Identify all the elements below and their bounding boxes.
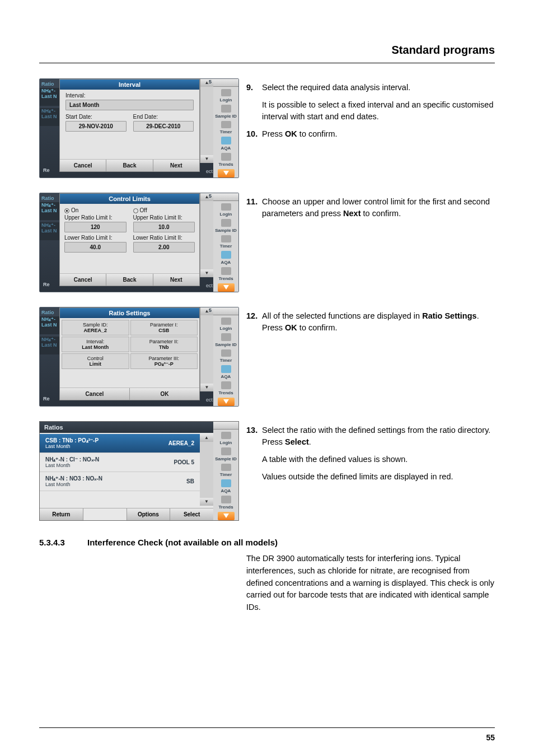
timer-icon[interactable] xyxy=(221,235,231,243)
lsb1: NH₄⁺- xyxy=(41,337,55,342)
timer-icon[interactable] xyxy=(221,464,231,472)
scroll-down-icon[interactable]: ▼ xyxy=(200,269,213,277)
back-button[interactable]: Back xyxy=(106,274,153,286)
select-button[interactable]: Select xyxy=(170,508,213,520)
aqa-icon[interactable] xyxy=(221,479,231,487)
cancel-button[interactable]: Cancel xyxy=(60,160,106,171)
orange-arrow-icon[interactable] xyxy=(218,512,235,521)
sample-id-label: Sample ID xyxy=(215,228,237,233)
rs-param-1[interactable]: Parameter I:CSB xyxy=(130,320,198,335)
t: Control xyxy=(63,356,128,361)
upper-2-value[interactable]: 10.0 xyxy=(133,222,195,232)
upper-1-label: Upper Ratio Limit I: xyxy=(64,214,127,221)
end-date-value[interactable]: 29-DEC-2010 xyxy=(133,121,194,132)
aqa-label: AQA xyxy=(221,375,231,379)
step-13-num: 13. xyxy=(246,424,262,448)
scroll-down-icon[interactable]: ▼ xyxy=(200,498,213,506)
rs-interval[interactable]: Interval:Last Month xyxy=(62,337,129,352)
orange-arrow-icon[interactable] xyxy=(218,169,235,178)
page-header: Standard programs xyxy=(392,44,495,57)
lsb2: Last N xyxy=(41,228,57,234)
login-icon[interactable] xyxy=(221,318,231,325)
return-button[interactable]: Return xyxy=(40,508,83,520)
scrollbar[interactable]: ▲ _5 ▼ xyxy=(200,79,213,163)
upper-1-value[interactable]: 120 xyxy=(64,222,127,232)
v: Last Month xyxy=(63,344,128,350)
rs-param-3[interactable]: Parameter III:PO₄³⁻-P xyxy=(130,353,198,369)
ratios-header: Ratios xyxy=(40,422,238,433)
interval-value[interactable]: Last Month xyxy=(65,100,194,110)
t: Parameter I: xyxy=(132,322,196,328)
s12a: All of the selected functions are displa… xyxy=(262,311,422,320)
lsa2: Last N xyxy=(41,322,57,328)
orange-arrow-icon[interactable] xyxy=(218,398,235,407)
lower-2-value[interactable]: 2.00 xyxy=(133,242,195,253)
login-label: Login xyxy=(220,98,232,102)
radio-off[interactable] xyxy=(133,208,138,213)
scroll-down-icon[interactable]: ▼ xyxy=(200,155,213,163)
interval-label: Interval: xyxy=(65,92,194,99)
ratio-row[interactable]: NH₄⁺-N : Cl⁻ : NOₓ-N Last Month POOL 5 xyxy=(40,453,200,472)
sample-id-label: Sample ID xyxy=(215,457,237,461)
login-icon[interactable] xyxy=(221,89,231,97)
options-button[interactable]: Options xyxy=(127,508,171,520)
rs-control-limit[interactable]: ControlLimit xyxy=(62,353,129,369)
login-icon[interactable] xyxy=(221,203,231,211)
rs-param-2[interactable]: Parameter II:TNb xyxy=(130,337,198,352)
sample-id-icon[interactable] xyxy=(221,219,231,227)
left-strip-b-1: NH₄⁺- xyxy=(41,108,55,114)
dialog-title: Ratio Settings xyxy=(60,308,199,318)
trends-icon[interactable] xyxy=(221,267,231,275)
t: Interval: xyxy=(63,339,128,344)
trends-icon[interactable] xyxy=(221,381,231,389)
right-sidebar: Login Sample ID Timer AQA Trends xyxy=(213,79,238,178)
sample-id-icon[interactable] xyxy=(221,447,231,455)
dialog-title: Control Limits xyxy=(60,194,199,204)
back-button[interactable]: Back xyxy=(106,160,153,171)
scrollbar[interactable]: ▲ _5 ▼ xyxy=(200,193,213,277)
timer-icon[interactable] xyxy=(221,349,231,357)
rs-sample-id[interactable]: Sample ID:AEREA_2 xyxy=(62,320,129,335)
ratio-row[interactable]: NH₄⁺-N : NO3 : NOₓ-N Last Month SB xyxy=(40,472,200,491)
sample-id-icon[interactable] xyxy=(221,333,231,341)
step-10-text: Press OK to confirm. xyxy=(262,128,495,140)
ok-button[interactable]: OK xyxy=(130,388,199,400)
trends-label: Trends xyxy=(218,391,233,395)
aqa-icon[interactable] xyxy=(221,365,231,373)
left-strip-a: NH₄⁺- Last N xyxy=(40,88,59,106)
start-date-label: Start Date: xyxy=(65,114,127,120)
trends-icon[interactable] xyxy=(221,496,231,503)
row3-val: SB xyxy=(186,478,194,484)
lower-2-label: Lower Ratio Limit II: xyxy=(133,235,195,241)
step-9-text: Select the required data analysis interv… xyxy=(262,82,495,94)
lsb1: NH₄⁺- xyxy=(41,222,55,228)
ratio-row-selected[interactable]: CSB : TNb : PO₄³⁻-P Last Month AEREA_2 xyxy=(40,434,200,453)
cancel-button[interactable]: Cancel xyxy=(60,274,106,286)
control-limits-dialog: Control Limits On Off Upper Ratio Limit … xyxy=(59,193,200,286)
lower-1-value[interactable]: 40.0 xyxy=(64,242,127,253)
timer-icon[interactable] xyxy=(221,121,231,129)
on-label: On xyxy=(71,207,78,213)
trends-label: Trends xyxy=(218,505,233,510)
cancel-button[interactable]: Cancel xyxy=(60,388,130,400)
scrollbar[interactable]: ▲ ▼ xyxy=(200,434,213,506)
login-icon[interactable] xyxy=(221,432,231,440)
trends-label: Trends xyxy=(218,162,233,167)
scroll-up-icon[interactable]: ▲ xyxy=(200,434,213,442)
next-button[interactable]: Next xyxy=(153,160,199,171)
orange-arrow-icon[interactable] xyxy=(218,283,235,292)
s11c: to confirm. xyxy=(361,209,401,218)
trends-icon[interactable] xyxy=(221,153,231,161)
tab-label: Ratio xyxy=(41,81,54,87)
scrollbar[interactable]: ▲ _5 ▼ xyxy=(200,307,213,391)
sample-id-icon[interactable] xyxy=(221,105,231,113)
scroll-down-icon[interactable]: ▼ xyxy=(200,384,213,391)
aqa-icon[interactable] xyxy=(221,137,231,144)
rule-bottom xyxy=(39,727,495,728)
start-date-value[interactable]: 29-NOV-2010 xyxy=(65,121,127,132)
aqa-icon[interactable] xyxy=(221,251,231,259)
lsa1: NH₄⁺- xyxy=(41,316,55,322)
login-label: Login xyxy=(220,441,232,445)
next-button[interactable]: Next xyxy=(153,274,199,286)
radio-on[interactable] xyxy=(64,208,69,213)
